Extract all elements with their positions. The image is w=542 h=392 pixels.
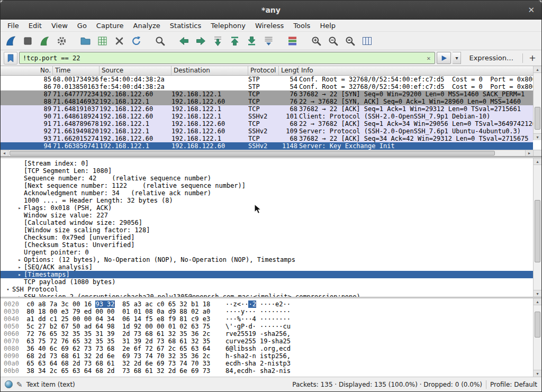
details-vscrollbar[interactable]: ▴ ▾: [533, 158, 541, 297]
menu-item-file[interactable]: File: [3, 20, 24, 31]
packet-list-hscrollbar[interactable]: ◂ ▸: [1, 150, 541, 156]
detail-line[interactable]: ▸Options: (12 bytes), No-Operation (NOP)…: [1, 256, 533, 263]
go-forward-icon[interactable]: [193, 33, 208, 48]
column-header-no[interactable]: No.: [1, 66, 53, 75]
go-first-icon[interactable]: [227, 33, 242, 48]
filter-dropdown-icon[interactable]: ▾: [453, 52, 461, 64]
display-filter-input[interactable]: !tcp.port == 22 ✕: [19, 52, 435, 64]
menu-item-go[interactable]: Go: [73, 20, 92, 31]
colorize-icon[interactable]: [285, 33, 300, 48]
column-header-info[interactable]: Info: [299, 66, 541, 75]
vscroll-track[interactable]: [534, 305, 541, 370]
hex-line[interactable]: 0030 80 18 00 e3 79 ed 00 00 01 01 08 0a…: [4, 308, 533, 315]
auto-scroll-icon[interactable]: [261, 33, 276, 48]
expression-button[interactable]: Expression…: [469, 54, 513, 62]
menu-item-view[interactable]: View: [47, 20, 73, 31]
detail-line[interactable]: [TCP Segment Len: 1080]: [1, 167, 533, 175]
zoom-original-icon[interactable]: [342, 33, 357, 48]
hex-line[interactable]: 0040 a1 dd c1 25 00 00 04 34 06 14 f5 e8…: [4, 315, 533, 323]
column-header-src[interactable]: Source: [100, 66, 171, 75]
detail-line[interactable]: ▸Flags: 0x018 (PSH, ACK): [1, 204, 533, 212]
resize-columns-icon[interactable]: [359, 33, 374, 48]
vscroll-thumb[interactable]: [535, 107, 540, 130]
window-close-icon[interactable]: ✕: [528, 5, 535, 15]
start-capture-icon[interactable]: [3, 33, 18, 48]
expander-icon[interactable]: ▸: [15, 204, 24, 212]
filter-add-button[interactable]: +: [527, 52, 538, 64]
hscroll-track[interactable]: [8, 150, 525, 156]
open-file-icon[interactable]: [78, 33, 93, 48]
detail-line[interactable]: [Checksum Status: Unverified]: [1, 241, 533, 249]
hex-line[interactable]: 00a0 65 63 64 68 2d 73 68 61 32 2d 6e 69…: [4, 360, 533, 367]
hex-line[interactable]: 0050 5c 27 b2 67 50 ad 64 98 1d 92 00 00…: [4, 323, 533, 330]
packet-row[interactable]: 9371.662015274192.168.122.60192.168.122.…: [1, 135, 533, 142]
packet-row[interactable]: 8971.648191037192.168.122.60192.168.122.…: [1, 105, 533, 113]
zoom-in-icon[interactable]: [309, 33, 323, 48]
restart-capture-icon[interactable]: [37, 33, 52, 48]
detail-line[interactable]: [Calculated window size: 29056]: [1, 219, 533, 226]
packet-row[interactable]: 9071.648618924192.168.122.60192.168.122.…: [1, 113, 533, 120]
column-header-time[interactable]: Time: [53, 66, 100, 75]
expander-icon[interactable]: ▸: [15, 293, 24, 297]
hex-vscrollbar[interactable]: ▴ ▾: [533, 298, 541, 377]
hex-line[interactable]: 0020 c0 a8 7a 3c 00 16 93 32 85 a3 ac c0…: [4, 300, 533, 308]
detail-line[interactable]: 1000 .... = Header Length: 32 bytes (8): [1, 197, 533, 204]
column-header-dst[interactable]: Destination: [171, 66, 248, 75]
close-file-icon[interactable]: [112, 33, 127, 48]
detail-line[interactable]: Checksum: 0x79ed [unverified]: [1, 234, 533, 241]
zoom-out-icon[interactable]: [326, 33, 340, 48]
hex-line[interactable]: 0070 63 75 72 76 65 32 35 35 31 39 2d 73…: [4, 338, 533, 345]
expander-icon[interactable]: ▸: [15, 271, 24, 278]
go-last-icon[interactable]: [244, 33, 259, 48]
expert-info-icon[interactable]: [5, 380, 13, 388]
packet-row[interactable]: 9471.663856741192.168.122.1192.168.122.6…: [1, 142, 533, 150]
detail-line[interactable]: [Window size scaling factor: 128]: [1, 226, 533, 234]
packet-row[interactable]: 9171.648789678192.168.122.1192.168.122.6…: [1, 120, 533, 127]
filter-bookmark-icon[interactable]: [4, 52, 17, 65]
filter-clear-icon[interactable]: ✕: [426, 54, 431, 62]
vscroll-thumb[interactable]: [535, 200, 540, 262]
menu-item-help[interactable]: Help: [315, 20, 340, 31]
find-packet-icon[interactable]: [152, 33, 167, 48]
stop-capture-icon[interactable]: [20, 33, 35, 48]
scroll-down-icon[interactable]: ▾: [534, 370, 541, 377]
hscroll-thumb[interactable]: [10, 151, 495, 156]
packet-row[interactable]: 8568.001734936fe:54:00:d4:38:2aSTP54Conf…: [1, 76, 533, 83]
scroll-up-icon[interactable]: ▴: [534, 298, 541, 305]
vscroll-thumb[interactable]: [535, 312, 540, 338]
menu-item-telephony[interactable]: Telephony: [206, 20, 250, 31]
menu-item-wireless[interactable]: Wireless: [250, 20, 288, 31]
capture-comment-icon[interactable]: ✎: [16, 380, 23, 389]
menu-item-statistics[interactable]: Statistics: [165, 20, 206, 31]
packet-row[interactable]: 9271.661949820192.168.122.1192.168.122.6…: [1, 127, 533, 135]
detail-line[interactable]: Acknowledgment number: 34 (relative ack …: [1, 189, 533, 197]
hex-line[interactable]: 00b0 38 34 2c 65 63 64 68 2d 73 68 61 32…: [4, 367, 533, 375]
scroll-up-icon[interactable]: ▴: [534, 66, 541, 73]
hex-line[interactable]: 0080 36 40 6c 69 62 73 73 68 2e 6f 72 67…: [4, 345, 533, 352]
detail-line[interactable]: Sequence number: 42 (relative sequence n…: [1, 175, 533, 182]
column-header-len[interactable]: Length: [279, 66, 299, 75]
vscroll-track[interactable]: [534, 165, 541, 290]
detail-line[interactable]: ▾SSH Protocol: [1, 286, 533, 293]
menu-item-edit[interactable]: Edit: [24, 20, 47, 31]
expander-icon[interactable]: ▸: [15, 263, 24, 271]
detail-line[interactable]: ▸SSH Version 2 (encryption:chacha20-poly…: [1, 293, 533, 297]
status-profile[interactable]: Profile: Default: [490, 381, 537, 388]
scroll-down-icon[interactable]: ▾: [534, 290, 541, 297]
vscroll-track[interactable]: [534, 73, 541, 133]
title-bar[interactable]: *any ✕: [1, 1, 541, 20]
detail-line[interactable]: Urgent pointer: 0: [1, 249, 533, 256]
capture-options-icon[interactable]: [54, 33, 69, 48]
detail-line[interactable]: ▸[Timestamps]: [1, 271, 533, 278]
menu-item-tools[interactable]: Tools: [288, 20, 315, 31]
reload-icon[interactable]: [129, 33, 143, 48]
detail-line[interactable]: [Next sequence number: 1122 (relative se…: [1, 182, 533, 189]
expander-icon[interactable]: ▾: [4, 286, 12, 293]
menu-item-capture[interactable]: Capture: [92, 20, 129, 31]
scroll-left-icon[interactable]: ◂: [1, 150, 8, 156]
scroll-right-icon[interactable]: ▸: [525, 150, 533, 156]
packet-row[interactable]: 8771.647777234192.168.122.60192.168.122.…: [1, 90, 533, 98]
go-back-icon[interactable]: [176, 33, 191, 48]
save-file-icon[interactable]: [95, 33, 110, 48]
detail-line[interactable]: ▸[SEQ/ACK analysis]: [1, 263, 533, 271]
